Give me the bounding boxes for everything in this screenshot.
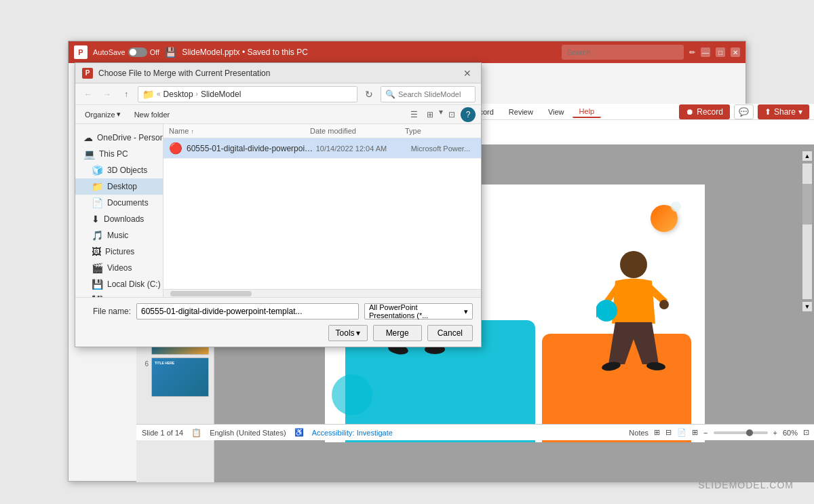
slide-sorter-icon[interactable]: ⊟ — [665, 428, 672, 437]
tab-help[interactable]: Help — [573, 106, 602, 118]
col-type-header[interactable]: Type — [405, 127, 476, 135]
localc-icon: 💾 — [92, 279, 103, 290]
search-input[interactable] — [562, 45, 684, 60]
reading-view-icon[interactable]: 📄 — [677, 428, 686, 437]
music-icon: 🎵 — [92, 230, 103, 241]
nav-desktop-label: Desktop — [107, 182, 137, 191]
minimize-button[interactable]: — — [701, 47, 710, 57]
ppt-file-icon: 🔴 — [169, 142, 182, 155]
title-bar: P AutoSave Off 💾 SlideModel.pptx • Saved… — [69, 41, 745, 63]
new-folder-button[interactable]: New folder — [129, 109, 176, 120]
breadcrumb-desktop[interactable]: Desktop — [163, 90, 193, 99]
breadcrumb-chevron-2: › — [196, 90, 198, 98]
slide-thumb-6[interactable]: 6 TITLE HERE — [139, 357, 211, 397]
new-folder-label: New folder — [134, 111, 170, 119]
help-dialog-button[interactable]: ? — [461, 107, 476, 122]
nav-pictures[interactable]: 🖼 Pictures — [75, 244, 163, 260]
record-button[interactable]: ⏺ Record — [679, 104, 730, 119]
folder-icon: 📁 — [142, 89, 154, 100]
notes-button[interactable]: Notes — [629, 429, 648, 437]
autosave-toggle[interactable] — [128, 47, 147, 57]
tools-button[interactable]: Tools ▾ — [328, 325, 368, 341]
file-type-chevron: ▾ — [464, 307, 468, 316]
desktop-icon: 📁 — [92, 181, 103, 192]
horizontal-scrollbar[interactable] — [163, 289, 481, 297]
accessibility-label[interactable]: Accessibility: Investigate — [312, 429, 393, 437]
tab-view[interactable]: View — [541, 106, 571, 117]
view-list-button[interactable]: ☰ — [406, 107, 421, 122]
slide-info: Slide 1 of 14 — [142, 429, 183, 437]
file-name-label: File name: — [83, 307, 131, 316]
dialog-close-button[interactable]: ✕ — [461, 68, 474, 79]
close-button[interactable]: ✕ — [731, 47, 740, 57]
maximize-button[interactable]: □ — [716, 47, 725, 57]
file-list-container: Name ↑ Date modified Type 🔴 60555-01-dig… — [163, 124, 481, 297]
file-type-dropdown[interactable]: All PowerPoint Presentations (*... ▾ — [364, 303, 473, 319]
file-list-area: Name ↑ Date modified Type 🔴 60555-01-dig… — [163, 124, 481, 289]
nav-downloads[interactable]: ⬇ Downloads — [75, 211, 163, 227]
scroll-up-button[interactable]: ▲ — [802, 151, 812, 161]
up-button[interactable]: ↑ — [119, 87, 134, 102]
nav-localc[interactable]: 💾 Local Disk (C:) — [75, 276, 163, 292]
type-col-label: Type — [405, 127, 421, 135]
nav-music[interactable]: 🎵 Music — [75, 227, 163, 244]
tab-review[interactable]: Review — [502, 106, 540, 117]
scroll-down-button[interactable]: ▼ — [802, 302, 812, 311]
normal-view-icon[interactable]: ⊞ — [654, 428, 660, 437]
cloud-icon: ☁ — [83, 132, 93, 143]
share-chevron: ▾ — [798, 107, 802, 117]
merge-button[interactable]: Merge — [373, 325, 422, 341]
file-type-cell: Microsoft Power... — [411, 144, 476, 153]
dialog-second-toolbar: Organize ▾ New folder ☰ ⊞ ▾ ⊡ ? — [75, 105, 481, 124]
file-row[interactable]: 🔴 60555-01-digital-divide-powerpoint-tem… — [163, 138, 481, 159]
autosave-off-label: Off — [150, 48, 159, 56]
comments-button[interactable]: 💬 — [734, 104, 754, 119]
file-name-input[interactable] — [136, 303, 359, 319]
scroll-thumb[interactable] — [802, 184, 812, 225]
zoom-level[interactable]: 60% — [783, 429, 798, 437]
dialog-actions: Tools ▾ Merge Cancel — [83, 325, 473, 341]
share-button[interactable]: ⬆ Share ▾ — [758, 104, 809, 119]
zoom-out-btn[interactable]: − — [703, 429, 708, 437]
filename: SlideModel.pptx • Saved to this PC — [182, 47, 556, 57]
nav-onedrive[interactable]: ☁ OneDrive - Person... — [75, 130, 163, 146]
back-button[interactable]: ← — [81, 87, 96, 102]
search-input[interactable] — [398, 90, 471, 98]
view-large-icon-button[interactable]: ⊡ — [444, 107, 459, 122]
cancel-button[interactable]: Cancel — [427, 325, 473, 341]
forward-button[interactable]: → — [100, 87, 115, 102]
nav-thispc-label: This PC — [99, 149, 128, 159]
nav-desktop[interactable]: 📁 Desktop — [75, 178, 163, 195]
dialog-logo: P — [82, 68, 93, 79]
zoom-thumb — [746, 429, 753, 436]
refresh-button[interactable]: ↻ — [362, 87, 376, 102]
nav-videos[interactable]: 🎬 Videos — [75, 260, 163, 276]
dialog-body: ☁ OneDrive - Person... 💻 This PC 🧊 3D Ob… — [75, 124, 481, 297]
view-chevron[interactable]: ▾ — [439, 107, 443, 122]
fit-slide-icon[interactable]: ⊡ — [803, 428, 809, 437]
organize-button[interactable]: Organize ▾ — [81, 109, 125, 120]
nav-music-label: Music — [107, 231, 128, 240]
nav-documents[interactable]: 📄 Documents — [75, 195, 163, 211]
view-buttons: ☰ ⊞ ▾ ⊡ ? — [406, 107, 476, 122]
watermark: SLIDEMODEL.COM — [698, 480, 794, 490]
name-col-label: Name — [169, 127, 189, 135]
dialog-title: Choose File to Merge with Current Presen… — [98, 69, 455, 78]
zoom-slider[interactable] — [714, 431, 768, 434]
status-bar: Slide 1 of 14 📋 English (United States) … — [136, 424, 814, 440]
file-dialog: P Choose File to Merge with Current Pres… — [75, 62, 482, 347]
nav-3dobjects[interactable]: 🧊 3D Objects — [75, 162, 163, 178]
zoom-in-btn[interactable]: + — [773, 429, 777, 437]
nav-localc-label: Local Disk (C:) — [107, 279, 161, 289]
nav-3dobjects-label: 3D Objects — [107, 166, 147, 175]
col-name-header[interactable]: Name ↑ — [169, 127, 310, 135]
person-right-svg — [596, 246, 671, 374]
view-details-button[interactable]: ⊞ — [423, 107, 438, 122]
powerpoint-logo: P — [74, 45, 88, 59]
nav-thispc[interactable]: 💻 This PC — [75, 146, 163, 162]
presenter-view-icon[interactable]: ⊞ — [692, 428, 698, 437]
file-date-cell: 10/14/2022 12:04 AM — [316, 144, 411, 153]
nav-volumed[interactable]: 💾 New Volume (D:... — [75, 292, 163, 297]
slide-image-6[interactable]: TITLE HERE — [151, 357, 209, 397]
col-date-header[interactable]: Date modified — [310, 127, 405, 135]
